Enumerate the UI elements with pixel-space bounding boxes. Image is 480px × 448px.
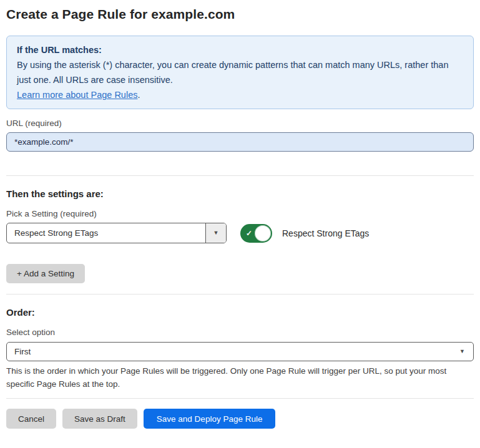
cancel-button[interactable]: Cancel bbox=[6, 409, 56, 429]
order-help-text: This is the order in which your Page Rul… bbox=[6, 364, 474, 391]
footer-divider bbox=[6, 398, 474, 399]
setting-toggle[interactable]: ✓ bbox=[240, 224, 272, 243]
setting-picker-label: Pick a Setting (required) bbox=[6, 208, 474, 219]
order-select[interactable]: First ▼ bbox=[6, 342, 474, 361]
footer-actions: Cancel Save as Draft Save and Deploy Pag… bbox=[6, 409, 474, 429]
settings-section-heading: Then the settings are: bbox=[6, 188, 474, 200]
info-box-body: By using the asterisk (*) character, you… bbox=[17, 57, 463, 87]
page-title: Create a Page Rule for example.com bbox=[6, 6, 474, 22]
setting-toggle-label: Respect Strong ETags bbox=[282, 228, 369, 238]
section-divider bbox=[6, 175, 474, 176]
setting-select-value: Respect Strong ETags bbox=[7, 223, 205, 243]
setting-row: Respect Strong ETags ▼ ✓ Respect Strong … bbox=[6, 223, 474, 243]
chevron-down-icon: ▼ bbox=[459, 349, 465, 354]
section-divider bbox=[6, 294, 474, 295]
order-select-value: First bbox=[7, 347, 459, 356]
order-select-label: Select option bbox=[6, 327, 474, 338]
setting-select[interactable]: Respect Strong ETags ▼ bbox=[6, 223, 227, 243]
save-as-draft-button[interactable]: Save as Draft bbox=[62, 409, 137, 429]
order-section-heading: Order: bbox=[6, 306, 474, 318]
url-field-label: URL (required) bbox=[6, 118, 474, 129]
save-and-deploy-button[interactable]: Save and Deploy Page Rule bbox=[144, 409, 276, 429]
toggle-knob bbox=[255, 225, 271, 241]
setting-select-arrow-button[interactable]: ▼ bbox=[205, 223, 226, 243]
info-box-heading: If the URL matches: bbox=[17, 42, 463, 57]
link-period: . bbox=[137, 90, 140, 100]
url-input[interactable] bbox=[6, 132, 474, 152]
learn-more-link[interactable]: Learn more about Page Rules bbox=[17, 90, 137, 100]
chevron-down-icon: ▼ bbox=[213, 230, 219, 236]
add-setting-button[interactable]: + Add a Setting bbox=[6, 264, 85, 283]
create-page-rule-form: Create a Page Rule for example.com If th… bbox=[0, 0, 480, 429]
info-box-link-line: Learn more about Page Rules. bbox=[17, 87, 463, 102]
url-match-info-box: If the URL matches: By using the asteris… bbox=[6, 36, 474, 109]
check-icon: ✓ bbox=[246, 230, 252, 237]
